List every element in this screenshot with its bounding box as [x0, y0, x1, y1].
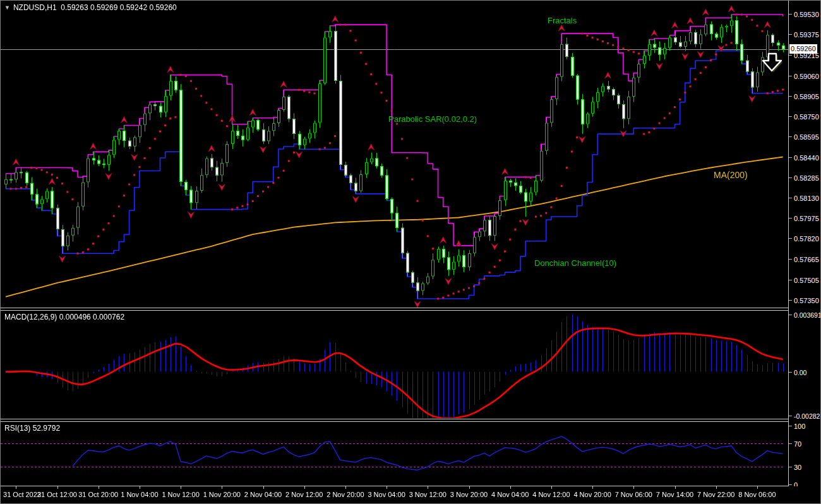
- chart-window: ▼NZDUSD,H1 0.59263 0.59269 0.59242 0.592…: [0, 0, 821, 504]
- tick-dash: [789, 416, 792, 416]
- time-tick: [510, 486, 511, 489]
- time-axis-label: 2 Nov 04:00: [244, 491, 282, 498]
- chart-title: ▼NZDUSD,H1 0.59263 0.59269 0.59242 0.592…: [4, 3, 177, 12]
- axis-tick-label: 70: [789, 440, 801, 448]
- time-tick: [263, 486, 264, 489]
- axis-tick-label: 0.57665: [789, 255, 819, 263]
- tick-dash: [789, 484, 792, 485]
- time-axis-label: 8 Nov 06:00: [738, 491, 776, 498]
- axis-tick-label: 0.58440: [789, 153, 819, 162]
- time-tick: [222, 486, 222, 489]
- macd-label: MACD(12,26,9) 0.000496 0.000762: [4, 313, 124, 321]
- time-axis-label: 4 Nov 12:00: [532, 491, 570, 498]
- time-axis-label: 31 Oct 2022: [3, 491, 41, 498]
- time-axis-label: 2 Nov 12:00: [285, 491, 323, 498]
- time-scale[interactable]: 31 Oct 202231 Oct 12:0031 Oct 20:001 Nov…: [1, 486, 821, 504]
- time-tick: [551, 486, 552, 489]
- axis-tick-label: -0.002828: [789, 412, 821, 420]
- axis-tick-label: 0.003691: [789, 311, 821, 319]
- current-price-box: 0.59260: [789, 44, 817, 54]
- tick-dash: [789, 315, 792, 315]
- tick-dash: [789, 426, 792, 426]
- time-axis-label: 3 Nov 20:00: [450, 491, 488, 498]
- ma200-label: MA(200): [714, 170, 748, 180]
- tick-dash: [789, 238, 792, 239]
- tick-dash: [789, 177, 792, 178]
- tick-dash: [789, 300, 792, 301]
- donchian-channel-label: Donchian Channel(10): [534, 258, 616, 268]
- chart-symbol-timeframe: NZDUSD,H1: [13, 3, 57, 12]
- time-axis-label: 2 Nov 20:00: [327, 491, 364, 498]
- fractals-label: Fractals: [548, 16, 577, 25]
- tick-dash: [789, 467, 792, 467]
- tick-dash: [789, 198, 792, 198]
- rsi-pane-canvas[interactable]: [1, 422, 788, 486]
- axis-tick-label: 0.57975: [789, 214, 819, 222]
- time-tick: [57, 486, 58, 489]
- time-axis-label: 1 Nov 04:00: [121, 491, 158, 498]
- time-axis-label: 31 Oct 12:00: [37, 491, 77, 498]
- down-arrow-glyph: [763, 54, 781, 71]
- time-tick: [469, 486, 470, 489]
- tick-dash: [789, 136, 792, 137]
- tick-dash: [789, 76, 792, 76]
- chart-quote-ohlc: 0.59263 0.59269 0.59242 0.59260: [61, 3, 177, 12]
- time-tick: [345, 486, 346, 489]
- time-axis-label: 3 Nov 04:00: [368, 491, 405, 498]
- axis-tick-label: 100: [789, 422, 805, 430]
- pane-splitter[interactable]: [1, 308, 821, 308]
- axis-tick-label: 0.58285: [789, 174, 819, 182]
- time-tick: [304, 486, 305, 489]
- axis-tick-label: 0.00: [789, 368, 806, 376]
- time-axis-label: 1 Nov 12:00: [162, 491, 199, 498]
- time-tick: [387, 486, 387, 489]
- axis-tick-label: 0.58130: [789, 194, 819, 202]
- tick-dash: [789, 55, 792, 56]
- axis-tick-label: 0.58750: [789, 112, 819, 121]
- tick-dash: [789, 116, 792, 117]
- time-tick: [140, 486, 140, 489]
- time-axis-label: 7 Nov 22:00: [697, 491, 734, 498]
- axis-tick-label: 0.59375: [789, 30, 819, 39]
- symbol-dropdown-icon[interactable]: ▼: [4, 4, 10, 11]
- axis-tick-label: 0.59060: [789, 72, 819, 80]
- time-axis-label: 7 Nov 14:00: [656, 491, 693, 498]
- time-axis-label: 4 Nov 20:00: [573, 491, 611, 498]
- tick-dash: [789, 157, 792, 158]
- time-axis-label: 1 Nov 20:00: [203, 491, 241, 498]
- time-tick: [757, 486, 758, 489]
- time-tick: [716, 486, 717, 489]
- time-axis-label: 7 Nov 06:00: [615, 491, 652, 498]
- tick-dash: [789, 280, 792, 280]
- time-tick: [675, 486, 676, 489]
- time-tick: [633, 486, 634, 489]
- time-axis-label: 31 Oct 20:00: [78, 491, 118, 498]
- time-tick: [428, 486, 428, 489]
- time-tick: [16, 486, 16, 489]
- tick-dash: [789, 34, 792, 35]
- axis-tick-label: 30: [789, 463, 801, 471]
- axis-tick-label: 0.59530: [789, 10, 819, 18]
- time-axis-label: 4 Nov 04:00: [491, 491, 529, 498]
- axis-tick-label: 0.57820: [789, 234, 819, 243]
- axis-tick-label: 0.57505: [789, 276, 819, 284]
- rsi-label: RSI(13) 52.9792: [4, 424, 60, 433]
- tick-dash: [789, 14, 792, 15]
- time-tick: [592, 486, 593, 489]
- tick-dash: [789, 96, 792, 97]
- down-arrow-annotation[interactable]: [760, 52, 784, 73]
- price-chart-canvas[interactable]: [1, 1, 788, 308]
- parabolic-sar-label: Parabolic SAR(0.02,0.2): [388, 114, 477, 124]
- time-tick: [99, 486, 99, 489]
- axis-tick-label: 0.58905: [789, 92, 819, 100]
- macd-pane-canvas[interactable]: [1, 311, 788, 418]
- tick-dash: [789, 218, 792, 219]
- tick-dash: [789, 372, 792, 373]
- tick-dash: [789, 259, 792, 260]
- pane-splitter[interactable]: [1, 419, 821, 419]
- time-axis-label: 3 Nov 12:00: [409, 491, 446, 498]
- price-scale[interactable]: 0.59260 0.595300.593750.592150.590600.58…: [788, 1, 821, 486]
- pane-splitter[interactable]: [1, 421, 821, 422]
- axis-tick-label: 0.58595: [789, 133, 819, 141]
- pane-splitter[interactable]: [1, 310, 821, 311]
